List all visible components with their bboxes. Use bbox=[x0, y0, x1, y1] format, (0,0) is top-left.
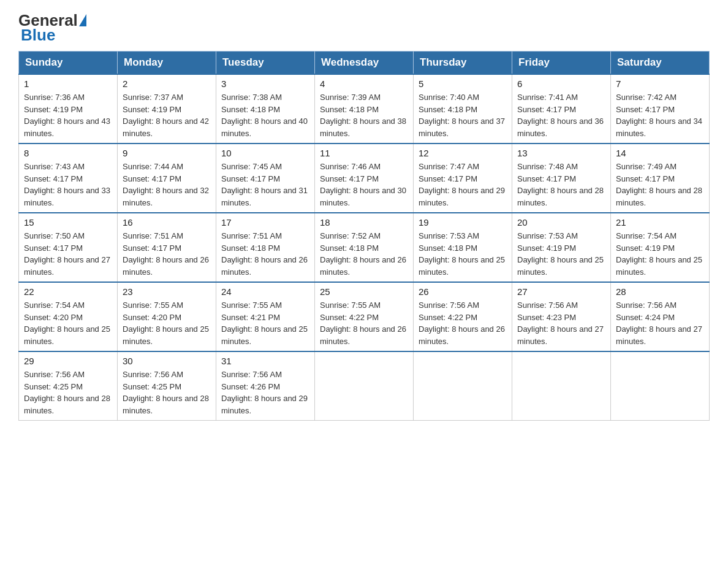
weekday-header-saturday: Saturday bbox=[611, 52, 710, 75]
day-number: 28 bbox=[616, 286, 704, 297]
day-info: Sunrise: 7:47 AMSunset: 4:17 PMDaylight:… bbox=[419, 161, 507, 209]
day-cell: 20 Sunrise: 7:53 AMSunset: 4:19 PMDaylig… bbox=[512, 213, 611, 282]
day-number: 13 bbox=[517, 148, 605, 158]
day-info: Sunrise: 7:56 AMSunset: 4:23 PMDaylight:… bbox=[517, 299, 605, 347]
day-cell: 17 Sunrise: 7:51 AMSunset: 4:18 PMDaylig… bbox=[216, 213, 315, 282]
day-info: Sunrise: 7:52 AMSunset: 4:18 PMDaylight:… bbox=[320, 230, 408, 278]
day-cell: 27 Sunrise: 7:56 AMSunset: 4:23 PMDaylig… bbox=[512, 282, 611, 351]
day-cell: 23 Sunrise: 7:55 AMSunset: 4:20 PMDaylig… bbox=[118, 282, 216, 351]
day-info: Sunrise: 7:44 AMSunset: 4:17 PMDaylight:… bbox=[123, 161, 211, 209]
day-cell: 15 Sunrise: 7:50 AMSunset: 4:17 PMDaylig… bbox=[19, 213, 118, 282]
day-info: Sunrise: 7:38 AMSunset: 4:18 PMDaylight:… bbox=[221, 91, 309, 139]
day-cell: 4 Sunrise: 7:39 AMSunset: 4:18 PMDayligh… bbox=[315, 74, 414, 144]
day-info: Sunrise: 7:39 AMSunset: 4:18 PMDaylight:… bbox=[320, 91, 408, 139]
day-number: 16 bbox=[123, 217, 211, 228]
day-cell: 21 Sunrise: 7:54 AMSunset: 4:19 PMDaylig… bbox=[611, 213, 710, 282]
day-cell: 3 Sunrise: 7:38 AMSunset: 4:18 PMDayligh… bbox=[216, 74, 315, 144]
day-number: 29 bbox=[24, 356, 112, 366]
day-cell: 25 Sunrise: 7:55 AMSunset: 4:22 PMDaylig… bbox=[315, 282, 414, 351]
day-number: 10 bbox=[221, 148, 309, 158]
day-cell: 31 Sunrise: 7:56 AMSunset: 4:26 PMDaylig… bbox=[216, 351, 315, 421]
day-info: Sunrise: 7:56 AMSunset: 4:26 PMDaylight:… bbox=[221, 369, 309, 416]
day-info: Sunrise: 7:54 AMSunset: 4:19 PMDaylight:… bbox=[616, 230, 704, 278]
day-number: 12 bbox=[419, 148, 507, 158]
day-info: Sunrise: 7:54 AMSunset: 4:20 PMDaylight:… bbox=[24, 299, 112, 347]
day-number: 31 bbox=[221, 356, 309, 366]
day-number: 14 bbox=[616, 148, 704, 158]
day-info: Sunrise: 7:42 AMSunset: 4:17 PMDaylight:… bbox=[616, 91, 704, 139]
day-number: 6 bbox=[517, 79, 605, 89]
day-number: 5 bbox=[419, 79, 507, 89]
day-cell bbox=[414, 351, 512, 421]
day-info: Sunrise: 7:46 AMSunset: 4:17 PMDaylight:… bbox=[320, 161, 408, 209]
day-cell: 16 Sunrise: 7:51 AMSunset: 4:17 PMDaylig… bbox=[118, 213, 216, 282]
day-cell bbox=[512, 351, 611, 421]
day-number: 23 bbox=[123, 286, 211, 297]
day-number: 7 bbox=[616, 79, 704, 89]
day-cell: 8 Sunrise: 7:43 AMSunset: 4:17 PMDayligh… bbox=[19, 144, 118, 213]
day-info: Sunrise: 7:40 AMSunset: 4:18 PMDaylight:… bbox=[419, 91, 507, 139]
day-info: Sunrise: 7:56 AMSunset: 4:24 PMDaylight:… bbox=[616, 299, 704, 347]
day-info: Sunrise: 7:37 AMSunset: 4:19 PMDaylight:… bbox=[123, 91, 211, 139]
day-info: Sunrise: 7:55 AMSunset: 4:22 PMDaylight:… bbox=[320, 299, 408, 347]
day-cell: 11 Sunrise: 7:46 AMSunset: 4:17 PMDaylig… bbox=[315, 144, 414, 213]
day-cell bbox=[315, 351, 414, 421]
day-info: Sunrise: 7:45 AMSunset: 4:17 PMDaylight:… bbox=[221, 161, 309, 209]
calendar-header-row: SundayMondayTuesdayWednesdayThursdayFrid… bbox=[19, 52, 710, 75]
weekday-header-thursday: Thursday bbox=[414, 52, 512, 75]
week-row-2: 8 Sunrise: 7:43 AMSunset: 4:17 PMDayligh… bbox=[19, 144, 710, 213]
day-info: Sunrise: 7:49 AMSunset: 4:17 PMDaylight:… bbox=[616, 161, 704, 209]
day-number: 11 bbox=[320, 148, 408, 158]
day-number: 8 bbox=[24, 148, 112, 158]
day-cell: 19 Sunrise: 7:53 AMSunset: 4:18 PMDaylig… bbox=[414, 213, 512, 282]
day-number: 2 bbox=[123, 79, 211, 89]
day-info: Sunrise: 7:51 AMSunset: 4:17 PMDaylight:… bbox=[123, 230, 211, 278]
day-info: Sunrise: 7:56 AMSunset: 4:25 PMDaylight:… bbox=[24, 369, 112, 416]
day-number: 26 bbox=[419, 286, 507, 297]
page-header: General Blue bbox=[18, 12, 710, 45]
day-number: 22 bbox=[24, 286, 112, 297]
weekday-header-monday: Monday bbox=[118, 52, 216, 75]
day-cell: 18 Sunrise: 7:52 AMSunset: 4:18 PMDaylig… bbox=[315, 213, 414, 282]
day-number: 15 bbox=[24, 217, 112, 228]
day-info: Sunrise: 7:43 AMSunset: 4:17 PMDaylight:… bbox=[24, 161, 112, 209]
day-cell: 7 Sunrise: 7:42 AMSunset: 4:17 PMDayligh… bbox=[611, 74, 710, 144]
day-info: Sunrise: 7:41 AMSunset: 4:17 PMDaylight:… bbox=[517, 91, 605, 139]
day-info: Sunrise: 7:53 AMSunset: 4:18 PMDaylight:… bbox=[419, 230, 507, 278]
day-cell: 13 Sunrise: 7:48 AMSunset: 4:17 PMDaylig… bbox=[512, 144, 611, 213]
day-cell: 10 Sunrise: 7:45 AMSunset: 4:17 PMDaylig… bbox=[216, 144, 315, 213]
day-info: Sunrise: 7:48 AMSunset: 4:17 PMDaylight:… bbox=[517, 161, 605, 209]
day-info: Sunrise: 7:36 AMSunset: 4:19 PMDaylight:… bbox=[24, 91, 112, 139]
day-cell: 9 Sunrise: 7:44 AMSunset: 4:17 PMDayligh… bbox=[118, 144, 216, 213]
calendar-table: SundayMondayTuesdayWednesdayThursdayFrid… bbox=[18, 51, 710, 421]
day-cell: 12 Sunrise: 7:47 AMSunset: 4:17 PMDaylig… bbox=[414, 144, 512, 213]
day-cell: 5 Sunrise: 7:40 AMSunset: 4:18 PMDayligh… bbox=[414, 74, 512, 144]
day-info: Sunrise: 7:53 AMSunset: 4:19 PMDaylight:… bbox=[517, 230, 605, 278]
week-row-3: 15 Sunrise: 7:50 AMSunset: 4:17 PMDaylig… bbox=[19, 213, 710, 282]
weekday-header-wednesday: Wednesday bbox=[315, 52, 414, 75]
day-number: 21 bbox=[616, 217, 704, 228]
day-number: 25 bbox=[320, 286, 408, 297]
day-cell: 6 Sunrise: 7:41 AMSunset: 4:17 PMDayligh… bbox=[512, 74, 611, 144]
day-number: 1 bbox=[24, 79, 112, 89]
day-info: Sunrise: 7:56 AMSunset: 4:22 PMDaylight:… bbox=[419, 299, 507, 347]
day-info: Sunrise: 7:50 AMSunset: 4:17 PMDaylight:… bbox=[24, 230, 112, 278]
day-cell: 22 Sunrise: 7:54 AMSunset: 4:20 PMDaylig… bbox=[19, 282, 118, 351]
day-cell: 2 Sunrise: 7:37 AMSunset: 4:19 PMDayligh… bbox=[118, 74, 216, 144]
weekday-header-friday: Friday bbox=[512, 52, 611, 75]
day-cell: 1 Sunrise: 7:36 AMSunset: 4:19 PMDayligh… bbox=[19, 74, 118, 144]
day-number: 9 bbox=[123, 148, 211, 158]
day-number: 17 bbox=[221, 217, 309, 228]
day-cell: 14 Sunrise: 7:49 AMSunset: 4:17 PMDaylig… bbox=[611, 144, 710, 213]
logo: General Blue bbox=[18, 12, 88, 45]
day-cell: 29 Sunrise: 7:56 AMSunset: 4:25 PMDaylig… bbox=[19, 351, 118, 421]
day-number: 30 bbox=[123, 356, 211, 366]
logo-blue-text: Blue bbox=[18, 26, 55, 45]
weekday-header-sunday: Sunday bbox=[19, 52, 118, 75]
logo-triangle-icon bbox=[79, 14, 86, 26]
week-row-5: 29 Sunrise: 7:56 AMSunset: 4:25 PMDaylig… bbox=[19, 351, 710, 421]
weekday-header-tuesday: Tuesday bbox=[216, 52, 315, 75]
day-info: Sunrise: 7:51 AMSunset: 4:18 PMDaylight:… bbox=[221, 230, 309, 278]
day-number: 4 bbox=[320, 79, 408, 89]
day-cell: 26 Sunrise: 7:56 AMSunset: 4:22 PMDaylig… bbox=[414, 282, 512, 351]
